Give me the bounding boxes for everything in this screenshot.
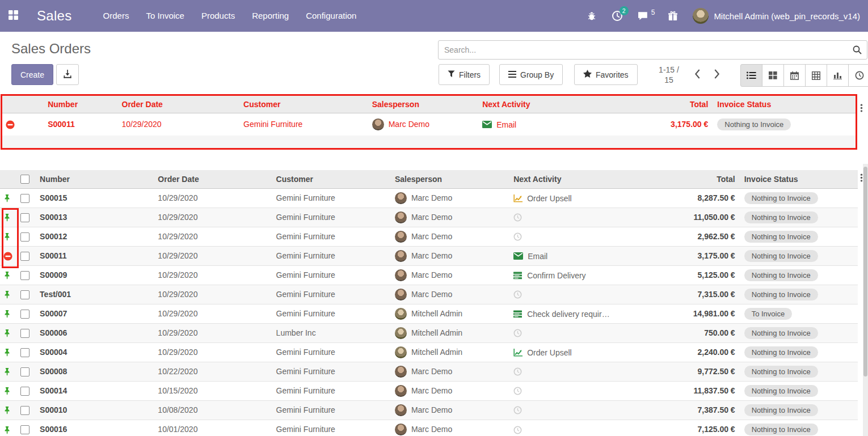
column-header-next-activity[interactable]: Next Activity [509, 170, 626, 188]
order-date-cell[interactable]: 10/29/2020 [153, 285, 271, 304]
email-activity-icon[interactable] [513, 252, 523, 260]
unpin-icon[interactable] [6, 120, 15, 129]
order-date-cell[interactable]: 10/29/2020 [117, 113, 239, 136]
invoice-status-cell[interactable]: Nothing to Invoice [740, 420, 858, 436]
next-activity-cell[interactable]: Email [509, 246, 626, 265]
order-date-cell[interactable]: 10/29/2020 [153, 188, 271, 208]
filters-button[interactable]: Filters [439, 64, 490, 85]
invoice-status-cell[interactable]: Nothing to Invoice [740, 285, 858, 304]
next-activity-cell[interactable] [509, 208, 626, 227]
customer-cell[interactable]: Gemini Furniture [272, 362, 390, 381]
pin-icon[interactable] [3, 290, 11, 299]
clock-activity-icon[interactable] [513, 367, 522, 376]
salesperson-cell[interactable]: Mitchell Admin [390, 304, 509, 323]
column-header-customer[interactable]: Customer [239, 96, 368, 113]
column-header-total[interactable]: Total [588, 96, 713, 113]
order-date-cell[interactable]: 10/01/2020 [153, 420, 271, 436]
scrollbar-thumb[interactable] [863, 167, 867, 376]
order-row-S00010[interactable]: S0001010/08/2020Gemini FurnitureMarc Dem… [0, 400, 858, 420]
total-cell[interactable]: 7,315.00 € [626, 285, 739, 304]
salesperson-cell[interactable]: Marc Demo [390, 208, 509, 227]
order-number-cell[interactable]: S00011 [35, 246, 153, 265]
delivery-activity-icon[interactable] [513, 310, 523, 318]
order-row-S00011[interactable]: S0001110/29/2020Gemini FurnitureMarc Dem… [0, 246, 858, 265]
pager-next-button[interactable] [714, 69, 720, 81]
column-header-order-date[interactable]: Order Date [153, 170, 271, 188]
next-activity-cell[interactable]: Confirm Delivery [509, 265, 626, 285]
clock-activity-icon[interactable] [513, 426, 522, 434]
pin-icon[interactable] [3, 271, 11, 280]
invoice-status-cell[interactable]: Nothing to Invoice [740, 362, 858, 381]
order-date-cell[interactable]: 10/08/2020 [153, 400, 271, 420]
row-checkbox[interactable] [20, 213, 30, 222]
pin-icon[interactable] [3, 232, 11, 241]
row-checkbox[interactable] [20, 310, 30, 319]
customer-cell[interactable]: Gemini Furniture [272, 188, 390, 208]
total-cell[interactable]: 2,962.50 € [626, 227, 739, 246]
clock-activity-icon[interactable] [513, 387, 522, 395]
next-activity-cell[interactable] [509, 420, 626, 436]
nav-menu-reporting[interactable]: Reporting [243, 0, 297, 32]
order-row-S00015[interactable]: S0001510/29/2020Gemini FurnitureMarc Dem… [0, 188, 858, 208]
pin-icon[interactable] [3, 426, 11, 434]
order-number-cell[interactable]: S00012 [35, 227, 153, 246]
pivot-view-button[interactable] [805, 64, 827, 87]
list-view-button[interactable] [740, 64, 762, 87]
order-date-cell[interactable]: 10/29/2020 [153, 342, 271, 362]
column-header-total[interactable]: Total [626, 170, 739, 188]
order-date-cell[interactable]: 10/29/2020 [153, 304, 271, 323]
nav-menu-products[interactable]: Products [193, 0, 243, 32]
order-number-cell[interactable]: S00006 [35, 323, 153, 342]
next-activity-cell[interactable] [509, 227, 626, 246]
salesperson-cell[interactable]: Marc Demo [368, 113, 478, 136]
column-header-number[interactable]: Number [35, 170, 153, 188]
kanban-view-button[interactable] [762, 64, 784, 87]
customer-cell[interactable]: Gemini Furniture [272, 381, 390, 400]
row-checkbox[interactable] [20, 367, 30, 376]
next-activity-cell[interactable]: Order Upsell [509, 342, 626, 362]
salesperson-cell[interactable]: Marc Demo [390, 420, 509, 436]
row-checkbox[interactable] [20, 329, 30, 338]
search-icon[interactable] [853, 45, 862, 57]
invoice-status-cell[interactable]: Nothing to Invoice [740, 323, 858, 342]
total-cell[interactable]: 3,175.00 € [626, 246, 739, 265]
customer-cell[interactable]: Gemini Furniture [272, 265, 390, 285]
total-cell[interactable]: 11,050.00 € [626, 208, 739, 227]
row-checkbox[interactable] [20, 252, 30, 261]
user-menu[interactable]: Mitchell Admin (web_pin_records_v14) [693, 8, 860, 24]
row-checkbox[interactable] [20, 290, 30, 299]
nav-menu-configuration[interactable]: Configuration [297, 0, 365, 32]
order-date-cell[interactable]: 10/29/2020 [153, 208, 271, 227]
row-checkbox[interactable] [20, 232, 30, 242]
column-header-invoice-status[interactable]: Invoice Status [713, 96, 856, 113]
salesperson-cell[interactable]: Mitchell Admin [390, 342, 509, 362]
row-checkbox[interactable] [20, 271, 30, 280]
invoice-status-cell[interactable]: Nothing to Invoice [740, 208, 858, 227]
invoice-status-cell[interactable]: Nothing to Invoice [740, 342, 858, 362]
customer-cell[interactable]: Gemini Furniture [272, 208, 390, 227]
next-activity-cell[interactable] [509, 381, 626, 400]
invoice-status-cell[interactable]: Nothing to Invoice [740, 265, 858, 285]
pin-icon[interactable] [3, 310, 11, 318]
app-title[interactable]: Sales [37, 8, 72, 24]
salesperson-cell[interactable]: Marc Demo [390, 381, 509, 400]
salesperson-cell[interactable]: Marc Demo [390, 285, 509, 304]
customer-cell[interactable]: Lumber Inc [272, 323, 390, 342]
clock-activity-icon[interactable] [513, 406, 522, 414]
column-header-next-activity[interactable]: Next Activity [478, 96, 588, 113]
order-date-cell[interactable]: 10/22/2020 [153, 362, 271, 381]
total-cell[interactable]: 14,981.00 € [626, 304, 739, 323]
customer-cell[interactable]: Gemini Furniture [272, 285, 390, 304]
pin-icon[interactable] [3, 367, 11, 376]
order-row-S00006[interactable]: S0000610/29/2020Lumber IncMitchell Admin… [0, 323, 858, 342]
salesperson-cell[interactable]: Marc Demo [390, 362, 509, 381]
search-input[interactable] [438, 40, 867, 60]
order-number-cell[interactable]: S00016 [35, 420, 153, 436]
invoice-status-cell[interactable]: Nothing to Invoice [713, 113, 856, 136]
next-activity-cell[interactable]: Check delivery requir… [509, 304, 626, 323]
order-row-S00016[interactable]: S0001610/01/2020Gemini FurnitureMarc Dem… [0, 420, 858, 436]
apps-menu-button[interactable] [0, 10, 29, 23]
invoice-status-cell[interactable]: To Invoice [740, 304, 858, 323]
order-row-S00014[interactable]: S0001410/15/2020Gemini FurnitureMarc Dem… [0, 381, 858, 400]
customer-cell[interactable]: Gemini Furniture [272, 227, 390, 246]
